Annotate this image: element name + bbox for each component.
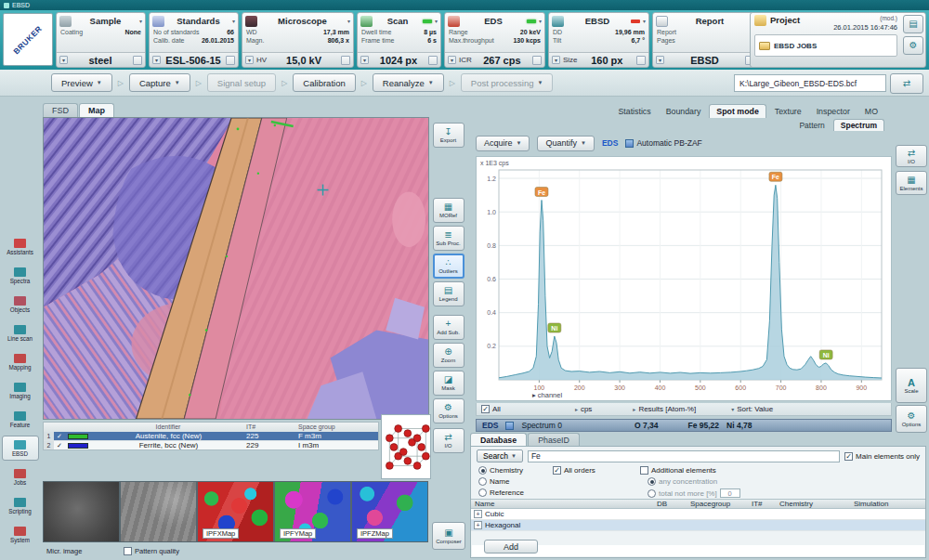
ebsd-orientation-map[interactable] bbox=[43, 117, 429, 420]
any-concentration-radio[interactable]: any concentration bbox=[648, 477, 717, 486]
add-sub-button[interactable]: +Add Sub. bbox=[433, 315, 464, 340]
tab-phaseid[interactable]: PhaseID bbox=[528, 433, 580, 446]
sidebar-item-line-scan[interactable]: Line scan bbox=[2, 320, 39, 345]
composer-button[interactable]: ▣ Composer bbox=[432, 522, 465, 550]
io-button-top[interactable]: ⇄ bbox=[890, 73, 923, 94]
name-radio[interactable]: Name bbox=[478, 477, 509, 486]
project-item[interactable]: EBSD JOBS bbox=[754, 34, 897, 57]
dropdown-arrow-icon[interactable]: ▾ bbox=[152, 56, 161, 64]
dropdown-arrow-icon[interactable]: ▾ bbox=[59, 56, 68, 64]
reference-radio[interactable]: Reference bbox=[478, 488, 524, 497]
dropdown-arrow-icon[interactable]: ▾ bbox=[360, 56, 369, 64]
tab-database[interactable]: Database bbox=[470, 433, 527, 446]
thumbnail-ipfxmap[interactable]: IPFXMap bbox=[197, 481, 274, 542]
expand-plus-icon[interactable]: + bbox=[474, 510, 482, 518]
crystal-structure-viewer[interactable] bbox=[381, 414, 431, 479]
all-orders-checkbox[interactable]: ✓All orders bbox=[553, 466, 595, 475]
thumbnail-pattern-quality[interactable] bbox=[120, 481, 197, 542]
thumbnail-ipfymap[interactable]: IPFYMap bbox=[274, 481, 351, 542]
tab-texture[interactable]: Texture bbox=[768, 104, 808, 118]
tab-fsd[interactable]: FSD bbox=[43, 103, 78, 117]
elements-button[interactable]: ▦Elements bbox=[896, 171, 927, 195]
spectrum-result-row[interactable]: EDS Spectrum 0 O 7,34 Fe 95,22 Ni 4,78 bbox=[476, 419, 892, 432]
thumbnail-ipfzmap[interactable]: IPFZMap bbox=[351, 481, 428, 542]
post-processing-button[interactable]: Post processing▼ bbox=[461, 73, 554, 92]
footer-action-icon[interactable] bbox=[341, 56, 350, 65]
total-not-more-input[interactable] bbox=[720, 488, 740, 498]
i-o-button[interactable]: ⇄I/O bbox=[433, 428, 464, 453]
dropdown-arrow-icon[interactable]: ▾ bbox=[448, 56, 456, 64]
sidebar-item-jobs[interactable]: Jobs bbox=[2, 464, 39, 489]
signal-setup-button[interactable]: Signal setup bbox=[207, 73, 276, 92]
phase-visible-checkbox[interactable]: ✓ bbox=[54, 442, 65, 449]
dropdown-arrow-icon[interactable]: ▾ bbox=[656, 56, 664, 64]
additional-elements-checkbox[interactable]: Additional elements bbox=[640, 466, 716, 475]
sidebar-item-ebsd[interactable]: EBSD bbox=[2, 436, 39, 461]
subtab-pattern[interactable]: Pattern bbox=[792, 119, 831, 131]
sidebar-item-feature[interactable]: Feature bbox=[2, 407, 39, 432]
sidebar-item-mapping[interactable]: Mapping bbox=[2, 349, 39, 374]
phase-table-row[interactable]: 1✓Austenite, fcc (New)225F m3m bbox=[44, 431, 378, 440]
db-group-row-hexagonal[interactable]: +Hexagonal bbox=[471, 520, 925, 531]
zoom-button[interactable]: ⊕Zoom bbox=[433, 343, 464, 368]
db-group-row-cubic[interactable]: +Cubic bbox=[471, 509, 925, 520]
mask-button[interactable]: ◪Mask bbox=[433, 371, 464, 396]
quantify-method[interactable]: Automatic PB-ZAF bbox=[625, 138, 701, 148]
add-button[interactable]: Add bbox=[484, 540, 538, 553]
footer-action-icon[interactable] bbox=[428, 56, 438, 65]
quantify-button[interactable]: Quantify ▼ bbox=[537, 136, 594, 151]
tab-statistics[interactable]: Statistics bbox=[611, 104, 657, 118]
footer-action-icon[interactable] bbox=[226, 56, 235, 65]
tab-mo[interactable]: MO bbox=[858, 104, 884, 118]
pattern-quality-checkbox[interactable] bbox=[124, 547, 132, 555]
tab-inspector[interactable]: Inspector bbox=[810, 104, 857, 118]
scale-button[interactable]: AScale bbox=[896, 368, 927, 403]
project-settings-button[interactable]: ⚙ bbox=[903, 36, 923, 55]
spectrum-chart[interactable]: 0.20.40.60.81.01.21002003004005006007008… bbox=[476, 156, 892, 401]
subtab-spectrum[interactable]: Spectrum bbox=[833, 119, 884, 131]
expand-plus-icon[interactable]: + bbox=[474, 521, 482, 529]
expand-icon[interactable]: ▾ bbox=[539, 18, 542, 24]
footer-action-icon[interactable] bbox=[532, 56, 542, 65]
legend-button[interactable]: ▤Legend bbox=[433, 281, 464, 306]
expand-icon[interactable]: ▾ bbox=[643, 18, 646, 24]
expand-icon[interactable]: ▾ bbox=[232, 18, 235, 24]
dropdown-arrow-icon[interactable]: ▾ bbox=[245, 56, 254, 64]
moref-button[interactable]: ▦MORef bbox=[433, 198, 464, 223]
tab-spot-mode[interactable]: Spot mode bbox=[709, 104, 765, 118]
options-button[interactable]: ⚙Options bbox=[433, 398, 464, 423]
sort-toggle[interactable]: ▾Sort: Value bbox=[731, 405, 773, 413]
sidebar-item-assistants[interactable]: Assistants bbox=[2, 234, 39, 259]
total-not-more-radio[interactable]: total not more [%] bbox=[648, 488, 740, 498]
footer-action-icon[interactable] bbox=[133, 56, 142, 65]
sidebar-item-spectra[interactable]: Spectra bbox=[2, 263, 39, 288]
dropdown-arrow-icon[interactable]: ▾ bbox=[552, 56, 560, 64]
sidebar-item-imaging[interactable]: Imaging bbox=[2, 378, 39, 403]
project-open-button[interactable]: ▤ bbox=[903, 15, 923, 33]
results-toggle[interactable]: ▸Results [Atom-%] bbox=[633, 405, 696, 413]
phase-visible-checkbox[interactable]: ✓ bbox=[54, 433, 65, 440]
chemistry-radio[interactable]: Chemistry bbox=[478, 466, 523, 475]
i-o-button[interactable]: ⇄I/O bbox=[896, 145, 927, 167]
export-button[interactable]: ↧Export bbox=[433, 123, 464, 148]
expand-icon[interactable]: ▾ bbox=[139, 18, 142, 24]
sidebar-item-system[interactable]: System bbox=[2, 522, 39, 547]
reanalyze-button[interactable]: Reanalyze▼ bbox=[373, 73, 444, 92]
tab-map[interactable]: Map bbox=[79, 103, 114, 117]
file-path-box[interactable]: K:\Large_Gibeon_EBSD-EDS.bcf bbox=[734, 74, 886, 92]
sidebar-item-scripting[interactable]: Scripting bbox=[2, 493, 39, 518]
footer-action-icon[interactable] bbox=[636, 56, 646, 65]
thumbnail-caption[interactable]: Pattern quality bbox=[120, 544, 197, 557]
outliers-button[interactable]: ∴Outliers bbox=[433, 254, 464, 279]
expand-icon[interactable]: ▾ bbox=[435, 18, 438, 24]
capture-button[interactable]: Capture▼ bbox=[129, 73, 190, 92]
search-button[interactable]: Search▼ bbox=[477, 449, 523, 462]
phase-table-row[interactable]: 2✓Ferrite, bcc (New)229I m3m bbox=[44, 440, 378, 449]
cps-toggle[interactable]: ▸cps bbox=[575, 405, 592, 413]
acquire-button[interactable]: Acquire ▼ bbox=[476, 136, 530, 151]
search-input[interactable] bbox=[528, 450, 840, 462]
options-button[interactable]: ⚙Options bbox=[896, 405, 927, 433]
main-elements-checkbox[interactable]: ✓Main elements only bbox=[844, 452, 920, 461]
expand-icon[interactable]: ▾ bbox=[347, 18, 350, 24]
calibration-button[interactable]: Calibration bbox=[293, 73, 355, 92]
